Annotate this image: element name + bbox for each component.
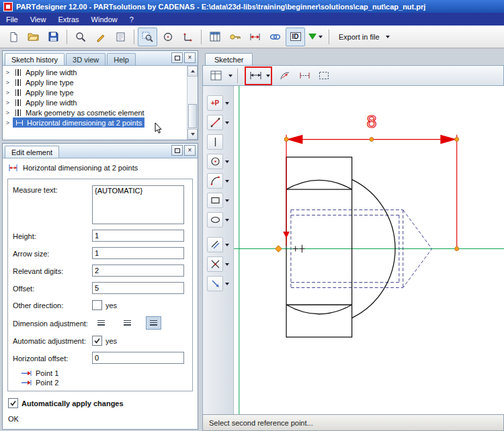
new-file-button[interactable] <box>3 28 23 46</box>
menu-help[interactable]: ? <box>124 14 140 25</box>
save-button[interactable] <box>44 28 63 46</box>
scroll-down-button[interactable] <box>187 129 198 140</box>
dropdown-arrow-icon <box>225 244 229 246</box>
expand-chevron-icon[interactable]: > <box>3 69 13 76</box>
tab-3d-view[interactable]: 3D view <box>66 53 106 65</box>
offset-tool-button[interactable] <box>207 237 223 252</box>
scroll-up-button[interactable] <box>187 66 198 77</box>
measure-button[interactable] <box>245 28 265 46</box>
tab-sketch-history[interactable]: Sketch history <box>5 53 65 65</box>
radius-dimension-button[interactable] <box>276 68 294 84</box>
horizontal-dimension-tool-button[interactable] <box>247 68 264 84</box>
tool-dropdown[interactable] <box>223 180 229 183</box>
element-title-row: Horizontal dimensioning at 2 points <box>8 164 193 172</box>
snap-points[interactable] <box>275 138 458 252</box>
table-button[interactable] <box>205 28 224 46</box>
close-panel-button[interactable]: × <box>184 52 196 63</box>
offset-input[interactable] <box>92 282 184 294</box>
filter-dropdown-button[interactable] <box>306 28 325 46</box>
tool-dropdown[interactable] <box>223 160 229 163</box>
tool-dropdown[interactable] <box>223 219 229 222</box>
float-icon <box>175 148 180 153</box>
expand-chevron-icon[interactable]: > <box>3 89 13 96</box>
sketch-canvas[interactable]: 8 <box>234 86 504 414</box>
zoom-button[interactable] <box>71 28 90 46</box>
automatic-adjustment-checkbox[interactable] <box>92 336 102 346</box>
other-direction-checkbox[interactable] <box>92 300 102 310</box>
distance-constraint-button[interactable] <box>296 68 313 84</box>
relevant-digits-input[interactable] <box>92 265 184 277</box>
history-rows: >Apply line width >Apply line type >Appl… <box>3 66 187 140</box>
scroll-thumb[interactable] <box>188 104 197 128</box>
arrow-size-input[interactable] <box>92 247 184 259</box>
horizontal-offset-input[interactable] <box>92 352 184 364</box>
history-item[interactable]: >Apply line type <box>3 77 187 87</box>
tab-help[interactable]: Help <box>107 53 136 65</box>
horizontal-offset-label: Horizontal offset: <box>13 354 92 363</box>
zoom-fit-button[interactable] <box>158 28 177 46</box>
export-in-file-button[interactable]: Export in file <box>333 30 396 44</box>
menu-view[interactable]: View <box>24 14 52 25</box>
align-left-button[interactable] <box>93 316 109 330</box>
select-region-button[interactable] <box>315 68 333 84</box>
key-button[interactable] <box>225 28 245 46</box>
point-2-row[interactable]: Point 2 <box>21 379 187 387</box>
point-arrow-icon <box>21 370 32 377</box>
float-panel-button[interactable] <box>171 52 183 63</box>
close-panel-button[interactable]: × <box>184 145 196 156</box>
tab-edit-element[interactable]: Edit element <box>5 146 59 158</box>
ellipse-tool-button[interactable] <box>207 212 223 228</box>
tool-dropdown[interactable] <box>223 102 229 105</box>
expand-chevron-icon[interactable]: > <box>3 99 13 106</box>
align-right-button[interactable] <box>146 316 161 330</box>
view-grid-button[interactable] <box>207 68 224 84</box>
tool-dropdown[interactable] <box>223 263 229 266</box>
history-item-selected[interactable]: >Horizontal dimensioning at 2 points <box>3 117 187 128</box>
circle-tool-button[interactable] <box>207 154 223 169</box>
history-item[interactable]: >Apply line type <box>3 87 187 97</box>
arc-tool-button[interactable] <box>207 173 223 189</box>
coordinate-button[interactable] <box>178 28 198 46</box>
menu-window[interactable]: Window <box>85 14 124 25</box>
tab-sketcher[interactable]: Sketcher <box>205 53 253 65</box>
scroll-track[interactable] <box>187 77 198 129</box>
notes-button[interactable] <box>111 28 130 46</box>
tool-dropdown[interactable] <box>223 244 229 246</box>
align-center-button[interactable] <box>120 316 135 330</box>
history-item[interactable]: >Apply line width <box>3 97 187 107</box>
dropdown-arrow-icon[interactable] <box>266 75 270 77</box>
point-tool-button[interactable]: +P <box>207 95 223 111</box>
point-1-row[interactable]: Point 1 <box>21 369 187 377</box>
line-tool-button[interactable] <box>207 115 223 130</box>
float-panel-button[interactable] <box>171 145 183 156</box>
open-button[interactable] <box>24 28 43 46</box>
rectangle-tool-button[interactable] <box>207 193 223 208</box>
expand-chevron-icon[interactable]: > <box>3 109 13 116</box>
measure-text-input[interactable]: {AUTOMATIC} <box>92 185 184 224</box>
apply-changes-checkbox[interactable] <box>8 398 18 408</box>
expand-chevron-icon[interactable]: > <box>3 79 13 86</box>
align-left-icon <box>97 320 105 326</box>
height-input[interactable] <box>92 230 184 242</box>
zoom-window-button[interactable] <box>138 28 157 46</box>
menu-extras[interactable]: Extras <box>52 14 85 25</box>
link-button[interactable] <box>265 28 285 46</box>
menu-file[interactable]: File <box>0 14 24 25</box>
intersection-tool-button[interactable] <box>207 256 223 272</box>
id-button[interactable]: ID <box>286 28 305 46</box>
history-item[interactable]: >Mark geometry as cosmetic element <box>3 107 187 117</box>
main-toolbar: ID Export in file <box>0 26 504 48</box>
sketch-pen-button[interactable] <box>91 28 110 46</box>
tree-scrollbar[interactable] <box>187 66 198 140</box>
tool-dropdown[interactable] <box>223 199 229 202</box>
expand-chevron-icon[interactable]: > <box>3 119 13 126</box>
history-item[interactable]: >Apply line width <box>3 67 187 77</box>
horizontal-offset-row: Horizontal offset: <box>13 352 187 364</box>
dimension-value-text[interactable]: 8 <box>366 111 377 132</box>
axis-tool-button[interactable] <box>207 134 223 150</box>
cosmetic-element-icon <box>15 109 22 116</box>
move-tool-button[interactable] <box>207 276 223 291</box>
tool-dropdown[interactable] <box>223 283 229 285</box>
tool-dropdown[interactable] <box>223 122 229 124</box>
dropdown-arrow-icon[interactable] <box>228 75 233 77</box>
